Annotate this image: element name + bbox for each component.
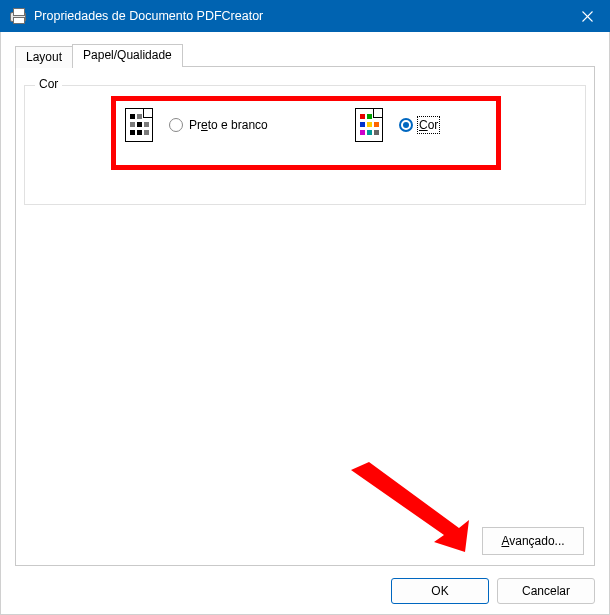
groupbox-color-legend: Cor [35,77,62,91]
tabstrip: Layout Papel/Qualidade [15,44,182,67]
radio-color[interactable]: Cor [399,118,438,132]
printer-icon [10,8,26,24]
close-icon [582,11,593,22]
tab-paper-quality-label: Papel/Qualidade [83,48,172,62]
tab-layout[interactable]: Layout [15,46,73,68]
radio-black-and-white-label: Preto e branco [189,118,268,132]
document-color-icon [355,108,383,142]
close-button[interactable] [564,0,610,32]
radio-black-and-white[interactable]: Preto e branco [169,118,268,132]
dialog-client-area: Layout Papel/Qualidade Cor [0,32,610,615]
option-black-and-white: Preto e branco [125,108,355,142]
dialog-button-row: OK Cancelar [391,578,595,604]
option-color: Cor [355,108,438,142]
document-bw-icon [125,108,153,142]
tab-layout-label: Layout [26,50,62,64]
window-title: Propriedades de Documento PDFCreator [34,9,564,23]
tab-paper-quality[interactable]: Papel/Qualidade [72,44,183,67]
titlebar: Propriedades de Documento PDFCreator [0,0,610,32]
ok-button[interactable]: OK [391,578,489,604]
tab-page-paper-quality: Cor [15,66,595,566]
advanced-button-label: Avançado... [501,534,564,548]
ok-button-label: OK [431,584,448,598]
cancel-button[interactable]: Cancelar [497,578,595,604]
radio-color-label: Cor [419,118,438,132]
color-options-row: Preto e branco [125,108,485,142]
groupbox-color: Cor [24,85,586,205]
advanced-button[interactable]: Avançado... [482,527,584,555]
cancel-button-label: Cancelar [522,584,570,598]
